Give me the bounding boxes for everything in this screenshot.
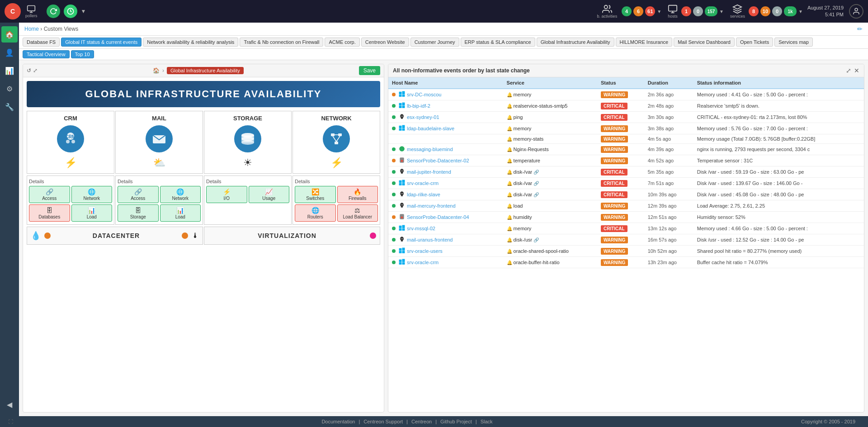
footer-centreon-support[interactable]: Centreon Support xyxy=(363,419,403,424)
hosts-badge-3[interactable]: 157 xyxy=(705,6,717,16)
service-name[interactable]: temperature xyxy=(514,158,540,163)
events-close-icon[interactable]: ✕ xyxy=(854,67,859,74)
host-name[interactable]: esx-sydney-01 xyxy=(407,114,439,120)
service-name[interactable]: humidity xyxy=(514,214,532,220)
bell-icon[interactable]: 🔔 xyxy=(507,104,512,109)
tab-acme[interactable]: ACME corp. xyxy=(325,38,359,47)
bell-icon[interactable]: 🔔 xyxy=(507,158,512,163)
service-name[interactable]: realservice-status-smtp5 xyxy=(514,103,568,109)
details-crm-load[interactable]: 📊 Load xyxy=(71,204,113,222)
sidebar-expand[interactable]: ◀ xyxy=(1,396,18,413)
footer-documentation[interactable]: Documentation xyxy=(321,419,355,424)
services-dropdown[interactable]: ▼ xyxy=(798,9,803,14)
sidebar-tools[interactable]: 🔧 xyxy=(1,99,18,115)
save-button[interactable]: Save xyxy=(359,66,380,75)
tab-network-avail[interactable]: Network availability & reliability analy… xyxy=(143,38,238,47)
services-badge-2[interactable]: 10 xyxy=(760,6,770,16)
events-fullscreen-icon[interactable]: ⤢ xyxy=(846,67,851,74)
service-name[interactable]: ping xyxy=(514,114,523,120)
tab-hillmore[interactable]: HILLMORE Insurance xyxy=(616,38,673,47)
service-name[interactable]: disk-/usr xyxy=(514,237,533,242)
hosts-badge-2[interactable]: 0 xyxy=(693,6,703,16)
hosts-dropdown[interactable]: ▼ xyxy=(719,9,724,14)
details-network-switches[interactable]: 🔀 Switches xyxy=(295,186,336,203)
service-name[interactable]: Nginx-Requests xyxy=(514,147,549,152)
host-name[interactable]: messaging-bluemind xyxy=(407,147,453,152)
service-name[interactable]: memory-stats xyxy=(514,136,544,142)
b-activities-dropdown[interactable]: ▼ xyxy=(657,9,661,14)
services-badge-3[interactable]: 0 xyxy=(772,6,782,16)
service-name[interactable]: load xyxy=(514,203,523,209)
tab-global-infra[interactable]: Global Infrastructure Availability xyxy=(537,38,614,47)
bell-icon[interactable]: 🔔 xyxy=(507,115,512,120)
bell-icon[interactable]: 🔔 xyxy=(507,181,512,186)
service-name[interactable]: disk-/var xyxy=(514,192,533,197)
host-name[interactable]: srv-mssql-02 xyxy=(407,226,435,231)
host-name[interactable]: lb-bip-idf-2 xyxy=(407,103,430,109)
services-badge-4[interactable]: 1k xyxy=(784,6,797,16)
b-activities-badge-3[interactable]: 61 xyxy=(645,6,655,16)
service-name[interactable]: oracle-shared-spool-ratio xyxy=(514,248,569,254)
b-activities-badge-2[interactable]: 6 xyxy=(633,6,643,16)
bell-icon[interactable]: 🔔 xyxy=(507,226,512,231)
b-activities-badge-1[interactable]: 4 xyxy=(622,6,632,16)
details-network-routers[interactable]: 🌐 Routers xyxy=(295,204,336,222)
footer-centreon[interactable]: Centreon xyxy=(411,419,432,424)
sidebar-chart[interactable]: 📊 xyxy=(1,62,18,79)
footer-github[interactable]: Github Project xyxy=(440,419,472,424)
sub-tab-top10[interactable]: Top 10 xyxy=(71,50,94,58)
sidebar-user[interactable]: 👤 xyxy=(1,44,18,61)
service-name[interactable]: disk-/var xyxy=(514,169,533,175)
bell-icon[interactable]: 🔔 xyxy=(507,237,512,242)
details-crm-databases[interactable]: 🗄 Databases xyxy=(29,204,70,222)
edit-icon[interactable]: ✏ xyxy=(857,25,863,33)
details-network-firewalls[interactable]: 🔥 Firewalls xyxy=(337,186,378,203)
host-name[interactable]: srv-oracle-crm xyxy=(407,260,439,265)
details-mail-load[interactable]: 📊 Load xyxy=(160,204,201,222)
tab-mail-service[interactable]: Mail Service Dashboard xyxy=(674,38,735,47)
host-name[interactable]: ldap-baudelaire-slave xyxy=(407,126,454,131)
panel-refresh-icon[interactable]: ↺ xyxy=(27,67,31,74)
host-name[interactable]: srv-oracle-crm xyxy=(407,180,439,186)
bell-icon[interactable]: 🔔 xyxy=(507,249,512,254)
tab-trafic[interactable]: Trafic & Nb connection on Firewall xyxy=(240,38,323,47)
bell-icon[interactable]: 🔔 xyxy=(507,147,512,152)
service-name[interactable]: memory xyxy=(514,226,532,231)
details-mail-network[interactable]: 🌐 Network xyxy=(160,186,201,203)
dropdown-arrow[interactable]: ▼ xyxy=(81,8,86,14)
refresh-icon[interactable] xyxy=(47,5,60,18)
tab-global-it[interactable]: Global IT status & current events xyxy=(61,38,142,47)
details-mail-storage[interactable]: 🗄 Storage xyxy=(118,204,159,222)
footer-slack[interactable]: Slack xyxy=(481,419,493,424)
details-crm-access[interactable]: 🔗 Access xyxy=(29,186,70,203)
tab-customer-journey[interactable]: Customer Journey xyxy=(410,38,459,47)
details-crm-network[interactable]: 🌐 Network xyxy=(71,186,113,203)
host-name[interactable]: srv-oracle-users xyxy=(407,248,443,254)
host-name[interactable]: mail-uranus-frontend xyxy=(407,237,453,242)
expand-icon[interactable]: ⛶ xyxy=(8,419,13,424)
service-name[interactable]: disk-/var xyxy=(514,180,533,186)
bell-icon[interactable]: 🔔 xyxy=(507,137,512,142)
service-name[interactable]: memory xyxy=(514,126,532,131)
tab-database-fs[interactable]: Database FS xyxy=(23,38,60,47)
host-name[interactable]: SensorProbe-Datacenter-04 xyxy=(407,214,469,220)
host-name[interactable]: SensorProbe-Datacenter-02 xyxy=(407,158,469,163)
host-name[interactable]: srv-DC-moscou xyxy=(407,92,441,97)
bell-icon[interactable]: 🔔 xyxy=(507,92,512,97)
user-avatar[interactable] xyxy=(849,4,863,19)
breadcrumb-home[interactable]: Home xyxy=(24,26,39,32)
services-badge-1[interactable]: 8 xyxy=(749,6,759,16)
details-storage-io[interactable]: ⚡ I/O xyxy=(206,186,247,203)
bell-icon[interactable]: 🔔 xyxy=(507,260,512,265)
bell-icon[interactable]: 🔔 xyxy=(507,126,512,131)
bell-icon[interactable]: 🔔 xyxy=(507,170,512,175)
sidebar-settings[interactable]: ⚙ xyxy=(1,81,18,97)
details-network-load-balancer[interactable]: ⚖ Load Balancer xyxy=(337,204,378,222)
details-mail-access[interactable]: 🔗 Access xyxy=(118,186,159,203)
tab-open-tickets[interactable]: Open Tickets xyxy=(736,38,773,47)
panel-fullscreen-icon[interactable]: ⤢ xyxy=(33,67,38,74)
host-name[interactable]: mail-mercury-frontend xyxy=(407,203,456,209)
tab-erp[interactable]: ERP status & SLA compliance xyxy=(461,38,535,47)
hosts-badge-1[interactable]: 1 xyxy=(681,6,691,16)
host-name[interactable]: mail-jupiter-frontend xyxy=(407,169,451,175)
